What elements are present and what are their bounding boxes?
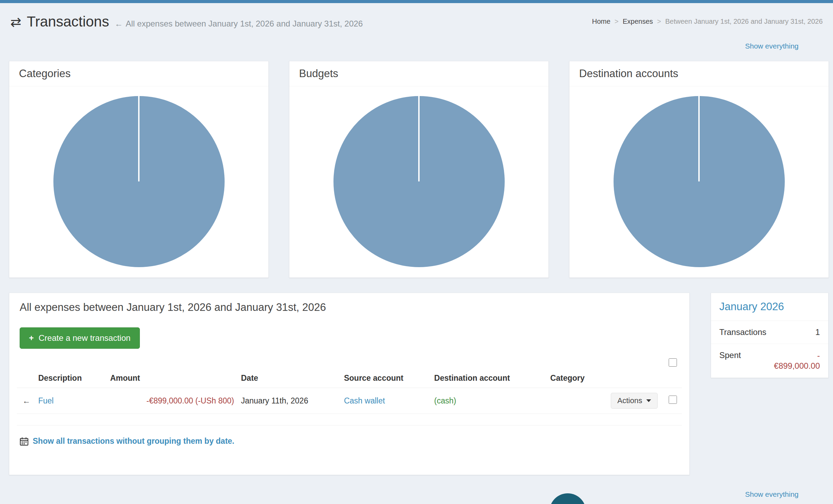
summary-spent-sign: - [774, 350, 820, 361]
budgets-chart-title: Budgets [289, 61, 548, 86]
categories-chart-box: Categories [9, 61, 269, 278]
actions-dropdown-button[interactable]: Actions [611, 393, 658, 409]
summary-transactions-label: Transactions [719, 327, 767, 337]
plus-icon: + [29, 333, 34, 343]
period-summary-title: January 2026 [711, 293, 828, 321]
summary-transactions-row: Transactions 1 [711, 321, 828, 344]
categories-chart-title: Categories [9, 61, 268, 86]
actions-dropdown-label: Actions [617, 396, 642, 405]
transaction-description-link[interactable]: Fuel [38, 396, 54, 405]
header-source-account: Source account [340, 369, 431, 388]
withdrawal-arrow-icon: ← [17, 388, 35, 414]
transaction-amount-native: (-USh 800) [195, 396, 234, 405]
destination-accounts-chart-title: Destination accounts [569, 61, 829, 86]
transactions-panel-body: + Create a new transaction Description A… [9, 316, 689, 426]
header-amount: Amount [107, 369, 238, 388]
page-subtitle: ← All expenses between January 1st, 2026… [115, 19, 363, 29]
period-summary-box: January 2026 Transactions 1 Spent - €899… [711, 293, 829, 378]
transactions-panel: All expenses between January 1st, 2026 a… [9, 293, 690, 475]
budgets-chart-box: Budgets [289, 61, 549, 278]
breadcrumb: Home > Expenses > Between January 1st, 2… [592, 18, 823, 25]
source-account-link[interactable]: Cash wallet [344, 396, 385, 405]
show-everything-link-bottom[interactable]: Show everything [745, 490, 799, 498]
table-row: ← Fuel -€899,000.00 (-USh 800) January 1… [17, 388, 682, 414]
header-description: Description [35, 369, 107, 388]
destination-account: (cash) [434, 396, 456, 405]
summary-spent-row: Spent - €899,000.00 [711, 344, 828, 378]
header-type-icon [17, 369, 35, 388]
summary-spent-label: Spent [719, 350, 741, 360]
page-title: Transactions [27, 13, 109, 30]
table-header-row: Description Amount Date Source account D… [17, 369, 682, 388]
breadcrumb-separator: > [615, 18, 619, 25]
floating-action-button[interactable] [549, 493, 586, 504]
summary-spent-value: - €899,000.00 [774, 350, 820, 371]
select-all-checkbox[interactable] [669, 358, 677, 367]
create-transaction-button-label: Create a new transaction [39, 333, 131, 343]
header-destination-account: Destination account [431, 369, 547, 388]
page-subtitle-text: All expenses between January 1st, 2026 a… [126, 19, 363, 29]
calendar-icon [20, 437, 29, 446]
summary-spent-amount: €899,000.00 [774, 361, 820, 371]
breadcrumb-home[interactable]: Home [592, 18, 610, 25]
destination-accounts-pie-chart [614, 96, 785, 267]
transactions-table: Description Amount Date Source account D… [17, 369, 682, 426]
create-transaction-button[interactable]: + Create a new transaction [20, 327, 140, 349]
header-date: Date [237, 369, 340, 388]
transaction-amount: -€899,000.00 [146, 396, 193, 405]
destination-accounts-chart-box: Destination accounts [569, 61, 829, 278]
content-header: ⇄ Transactions ← All expenses between Ja… [10, 3, 823, 41]
budgets-chart-area [289, 86, 548, 276]
breadcrumb-current: Between January 1st, 2026 and January 31… [665, 18, 823, 25]
select-all-row [17, 358, 682, 367]
row-select-checkbox[interactable] [669, 396, 677, 404]
show-ungrouped-transactions-link[interactable]: Show all transactions without grouping t… [33, 437, 234, 446]
page-title-line: ⇄ Transactions ← All expenses between Ja… [10, 3, 823, 30]
show-everything-link-top[interactable]: Show everything [745, 42, 799, 50]
transactions-exchange-icon: ⇄ [10, 14, 21, 30]
withdrawal-arrow-icon: ← [115, 19, 123, 29]
page: ⇄ Transactions ← All expenses between Ja… [0, 0, 833, 504]
breadcrumb-expenses[interactable]: Expenses [623, 18, 653, 25]
empty-table-row [17, 414, 682, 426]
categories-pie-chart [53, 96, 225, 267]
categories-chart-area [9, 86, 268, 276]
transactions-panel-footer: Show all transactions without grouping t… [9, 426, 689, 457]
top-accent-bar [0, 0, 833, 3]
budgets-pie-chart [333, 96, 505, 267]
caret-down-icon [646, 399, 651, 402]
transactions-panel-title: All expenses between January 1st, 2026 a… [9, 293, 689, 316]
breadcrumb-separator: > [657, 18, 661, 25]
header-select [661, 369, 682, 388]
transaction-date: January 11th, 2026 [237, 388, 340, 414]
summary-transactions-count: 1 [815, 327, 820, 337]
header-actions [605, 369, 661, 388]
destination-accounts-chart-area [569, 86, 829, 276]
header-category: Category [547, 369, 605, 388]
transaction-category [547, 388, 605, 414]
